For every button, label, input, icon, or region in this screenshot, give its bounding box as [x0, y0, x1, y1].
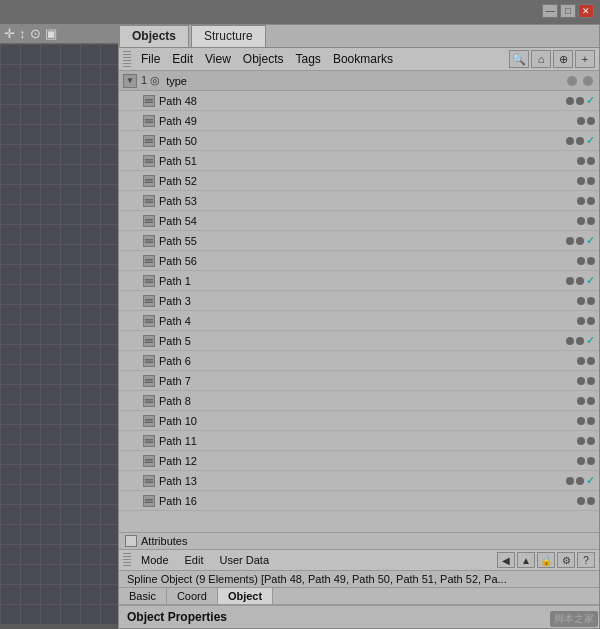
list-item[interactable]: Path 54: [119, 211, 599, 231]
render-dot[interactable]: [587, 457, 595, 465]
move-icon[interactable]: ✛: [4, 26, 15, 41]
render-dot[interactable]: [587, 257, 595, 265]
visibility-dot[interactable]: [577, 437, 585, 445]
list-item[interactable]: Path 5✓: [119, 331, 599, 351]
visibility-dot[interactable]: [577, 117, 585, 125]
menu-objects[interactable]: Objects: [237, 50, 290, 68]
visibility-dot[interactable]: [577, 497, 585, 505]
visibility-dot[interactable]: [566, 337, 574, 345]
render-dot[interactable]: [587, 157, 595, 165]
svg-rect-25: [145, 341, 153, 343]
visibility-dot[interactable]: [577, 317, 585, 325]
render-dot[interactable]: [587, 177, 595, 185]
list-item[interactable]: Path 52: [119, 171, 599, 191]
visibility-dot[interactable]: [577, 377, 585, 385]
search-icon[interactable]: 🔍: [509, 50, 529, 68]
render-dot[interactable]: [587, 417, 595, 425]
grid-icon[interactable]: ▣: [45, 26, 57, 41]
orbit-icon[interactable]: ⊙: [30, 26, 41, 41]
menu-edit[interactable]: Edit: [166, 50, 199, 68]
visibility-dot[interactable]: [577, 257, 585, 265]
visibility-dot[interactable]: [577, 357, 585, 365]
visibility-dot[interactable]: [577, 177, 585, 185]
render-dot[interactable]: [576, 277, 584, 285]
visibility-dot[interactable]: [566, 277, 574, 285]
visibility-dot[interactable]: [577, 197, 585, 205]
visibility-dot[interactable]: [577, 157, 585, 165]
render-dot[interactable]: [576, 97, 584, 105]
sub-tab-coord[interactable]: Coord: [167, 588, 218, 604]
tab-structure[interactable]: Structure: [191, 25, 266, 47]
close-button[interactable]: ✕: [578, 4, 594, 18]
row-icons: [577, 497, 595, 505]
render-dot[interactable]: [587, 377, 595, 385]
list-item[interactable]: Path 10: [119, 411, 599, 431]
tab-objects[interactable]: Objects: [119, 25, 189, 47]
render-dot[interactable]: [587, 297, 595, 305]
render-dot[interactable]: [587, 357, 595, 365]
list-area[interactable]: Path 48✓Path 49Path 50✓Path 51Path 52Pat…: [119, 91, 599, 532]
sub-tab-basic[interactable]: Basic: [119, 588, 167, 604]
list-item[interactable]: Path 6: [119, 351, 599, 371]
lock-icon[interactable]: 🔒: [537, 552, 555, 568]
sub-tab-object[interactable]: Object: [218, 588, 273, 604]
list-item[interactable]: Path 8: [119, 391, 599, 411]
visibility-dot[interactable]: [577, 397, 585, 405]
list-item[interactable]: Path 51: [119, 151, 599, 171]
row-icons: [577, 437, 595, 445]
list-item[interactable]: Path 56: [119, 251, 599, 271]
render-dot[interactable]: [587, 217, 595, 225]
list-item[interactable]: Path 48✓: [119, 91, 599, 111]
bottom-mode[interactable]: Mode: [135, 553, 175, 567]
arrow-icon[interactable]: ↕: [19, 26, 26, 41]
arrow-left-icon[interactable]: ◀: [497, 552, 515, 568]
render-dot[interactable]: [587, 497, 595, 505]
settings-icon[interactable]: ⚙: [557, 552, 575, 568]
list-item[interactable]: Path 53: [119, 191, 599, 211]
visibility-dot[interactable]: [566, 97, 574, 105]
list-item[interactable]: Path 12: [119, 451, 599, 471]
visibility-dot[interactable]: [566, 477, 574, 485]
bottom-userdata[interactable]: User Data: [214, 553, 276, 567]
list-item[interactable]: Path 13✓: [119, 471, 599, 491]
render-dot[interactable]: [587, 117, 595, 125]
visibility-dot[interactable]: [577, 297, 585, 305]
maximize-button[interactable]: □: [560, 4, 576, 18]
render-dot[interactable]: [587, 397, 595, 405]
render-dot[interactable]: [576, 237, 584, 245]
list-item[interactable]: Path 3: [119, 291, 599, 311]
minimize-button[interactable]: —: [542, 4, 558, 18]
list-item[interactable]: Path 11: [119, 431, 599, 451]
visibility-dot[interactable]: [577, 417, 585, 425]
list-item[interactable]: Path 55✓: [119, 231, 599, 251]
render-dot[interactable]: [576, 477, 584, 485]
render-dot[interactable]: [587, 197, 595, 205]
visibility-dot[interactable]: [577, 217, 585, 225]
row-label: Path 56: [159, 255, 577, 267]
list-item[interactable]: Path 1✓: [119, 271, 599, 291]
menu-file[interactable]: File: [135, 50, 166, 68]
visibility-dot[interactable]: [566, 137, 574, 145]
bottom-edit[interactable]: Edit: [179, 553, 210, 567]
list-item[interactable]: Path 7: [119, 371, 599, 391]
visibility-dot[interactable]: [566, 237, 574, 245]
svg-rect-3: [145, 121, 153, 123]
visibility-dot[interactable]: [577, 457, 585, 465]
render-dot[interactable]: [587, 317, 595, 325]
list-item[interactable]: Path 49: [119, 111, 599, 131]
attributes-checkbox[interactable]: [125, 535, 137, 547]
menu-view[interactable]: View: [199, 50, 237, 68]
arrow-up-icon[interactable]: ▲: [517, 552, 535, 568]
list-item[interactable]: Path 50✓: [119, 131, 599, 151]
link-icon[interactable]: ⊕: [553, 50, 573, 68]
add-icon[interactable]: +: [575, 50, 595, 68]
render-dot[interactable]: [587, 437, 595, 445]
home-icon[interactable]: ⌂: [531, 50, 551, 68]
menu-tags[interactable]: Tags: [290, 50, 327, 68]
render-dot[interactable]: [576, 137, 584, 145]
render-dot[interactable]: [576, 337, 584, 345]
list-item[interactable]: Path 16: [119, 491, 599, 511]
list-item[interactable]: Path 4: [119, 311, 599, 331]
menu-bookmarks[interactable]: Bookmarks: [327, 50, 399, 68]
question-icon[interactable]: ?: [577, 552, 595, 568]
